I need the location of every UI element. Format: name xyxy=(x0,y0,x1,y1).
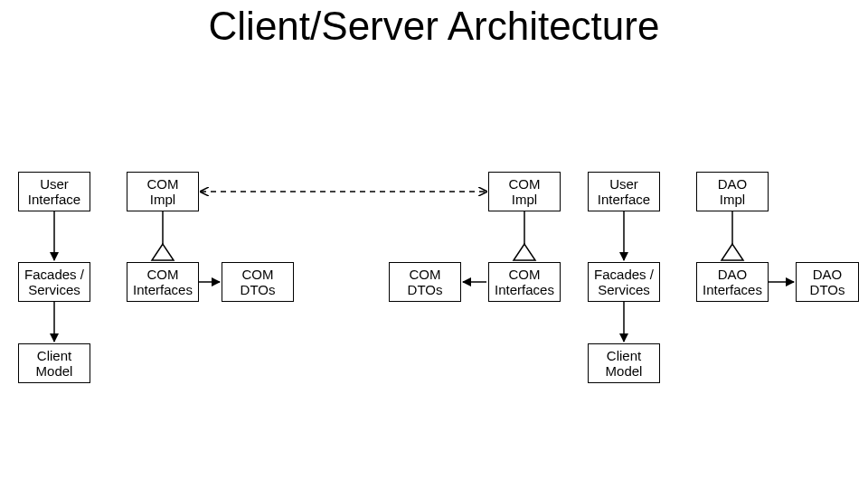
page-title: Client/Server Architecture xyxy=(0,4,868,49)
svg-marker-7 xyxy=(514,244,535,260)
node-client-model-left: ClientModel xyxy=(18,343,90,383)
svg-marker-9 xyxy=(722,244,743,260)
node-user-interface-left: UserInterface xyxy=(18,172,90,211)
node-dao-if: DAOInterfaces xyxy=(696,262,769,302)
connectors xyxy=(0,0,868,488)
svg-marker-5 xyxy=(152,244,174,260)
node-client-model-right: ClientModel xyxy=(588,343,660,383)
node-facades-right: Facades /Services xyxy=(588,262,660,302)
node-facades-left: Facades /Services xyxy=(18,262,90,302)
node-com-impl-left: COMImpl xyxy=(127,172,199,211)
node-com-impl-right: COMImpl xyxy=(488,172,561,211)
node-dao-dtos: DAODTOs xyxy=(796,262,859,302)
node-com-dtos-left: COMDTOs xyxy=(222,262,294,302)
node-com-if-left: COMInterfaces xyxy=(127,262,199,302)
node-dao-impl: DAOImpl xyxy=(696,172,769,211)
node-com-dtos-right: COMDTOs xyxy=(389,262,461,302)
diagram-stage: Client/Server Architecture UserInterface… xyxy=(0,0,868,488)
node-com-if-right: COMInterfaces xyxy=(488,262,561,302)
node-user-interface-right: UserInterface xyxy=(588,172,660,211)
